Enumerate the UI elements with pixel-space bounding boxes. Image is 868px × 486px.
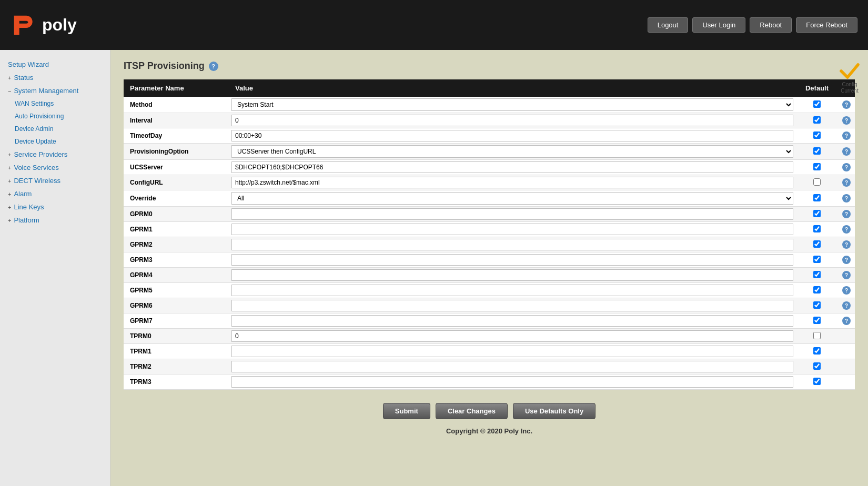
default-checkbox[interactable] xyxy=(813,116,821,124)
param-value-cell[interactable] xyxy=(229,128,796,144)
sidebar-item-wan-settings[interactable]: WAN Settings xyxy=(0,97,110,110)
param-value-cell[interactable] xyxy=(229,268,796,283)
default-checkbox[interactable] xyxy=(813,378,821,385)
param-default-cell[interactable] xyxy=(796,374,838,390)
param-value-cell[interactable] xyxy=(229,252,796,268)
param-default-cell[interactable] xyxy=(796,97,838,113)
param-value-cell[interactable] xyxy=(229,344,796,359)
row-help-icon[interactable]: ? xyxy=(842,163,851,171)
param-value-cell[interactable] xyxy=(229,175,796,190)
param-value-cell[interactable] xyxy=(229,207,796,222)
param-default-cell[interactable] xyxy=(796,237,838,252)
sidebar-item-auto-provisioning[interactable]: Auto Provisioning xyxy=(0,110,110,123)
row-help-icon[interactable]: ? xyxy=(842,240,851,249)
row-help-icon[interactable]: ? xyxy=(842,225,851,234)
row-help-icon[interactable]: ? xyxy=(842,116,851,125)
default-checkbox[interactable] xyxy=(813,256,821,263)
reboot-button[interactable]: Reboot xyxy=(750,17,792,33)
row-help-icon[interactable]: ? xyxy=(842,286,851,295)
default-checkbox[interactable] xyxy=(813,332,821,339)
row-help-icon[interactable]: ? xyxy=(842,301,851,310)
sidebar-item-dect-wireless[interactable]: + DECT Wireless xyxy=(0,174,110,187)
param-default-cell[interactable] xyxy=(796,329,838,344)
force-reboot-button[interactable]: Force Reboot xyxy=(796,17,857,33)
param-select[interactable]: System StartSIP RegistrationPeriodically xyxy=(231,98,793,111)
param-value-cell[interactable] xyxy=(229,298,796,313)
row-help-icon[interactable]: ? xyxy=(842,194,851,202)
row-help-icon[interactable]: ? xyxy=(842,131,851,140)
param-default-cell[interactable] xyxy=(796,190,838,207)
param-default-cell[interactable] xyxy=(796,113,838,128)
default-checkbox[interactable] xyxy=(813,286,821,293)
param-input[interactable] xyxy=(231,239,793,250)
param-default-cell[interactable] xyxy=(796,144,838,160)
param-select[interactable]: UCSServer then ConfigURLConfigURL onlyUC… xyxy=(231,145,793,158)
param-input[interactable] xyxy=(231,285,793,296)
row-help-icon[interactable]: ? xyxy=(842,100,851,109)
sidebar-item-line-keys[interactable]: + Line Keys xyxy=(0,200,110,214)
default-checkbox[interactable] xyxy=(813,240,821,248)
default-checkbox[interactable] xyxy=(813,163,821,170)
param-input[interactable] xyxy=(231,177,793,188)
param-default-cell[interactable] xyxy=(796,160,838,175)
user-login-button[interactable]: User Login xyxy=(692,17,745,33)
default-checkbox[interactable] xyxy=(813,100,821,108)
default-checkbox[interactable] xyxy=(813,194,821,201)
param-input[interactable] xyxy=(231,269,793,281)
param-value-cell[interactable] xyxy=(229,374,796,390)
row-help-icon[interactable]: ? xyxy=(842,271,851,279)
submit-button[interactable]: Submit xyxy=(383,403,430,419)
sidebar-item-device-admin[interactable]: Device Admin xyxy=(0,123,110,135)
param-default-cell[interactable] xyxy=(796,359,838,374)
row-help-icon[interactable]: ? xyxy=(842,256,851,264)
param-input[interactable] xyxy=(231,224,793,235)
sidebar-item-system-management[interactable]: − System Management xyxy=(0,84,110,97)
param-input[interactable] xyxy=(231,376,793,388)
param-input[interactable] xyxy=(231,130,793,141)
param-default-cell[interactable] xyxy=(796,268,838,283)
param-input[interactable] xyxy=(231,208,793,220)
param-value-cell[interactable] xyxy=(229,329,796,344)
sidebar-item-service-providers[interactable]: + Service Providers xyxy=(0,148,110,161)
param-select[interactable]: AllNoneCustom xyxy=(231,192,793,205)
param-value-cell[interactable] xyxy=(229,222,796,237)
row-help-icon[interactable]: ? xyxy=(842,317,851,325)
param-default-cell[interactable] xyxy=(796,207,838,222)
param-value-cell[interactable] xyxy=(229,359,796,374)
param-input[interactable] xyxy=(231,330,793,342)
param-input[interactable] xyxy=(231,115,793,126)
default-checkbox[interactable] xyxy=(813,225,821,232)
sidebar-item-voice-services[interactable]: + Voice Services xyxy=(0,161,110,174)
logout-button[interactable]: Logout xyxy=(648,17,689,33)
title-help-icon[interactable]: ? xyxy=(209,62,218,71)
default-checkbox[interactable] xyxy=(813,301,821,309)
default-checkbox[interactable] xyxy=(813,178,821,186)
sidebar-item-status[interactable]: + Status xyxy=(0,71,110,84)
sidebar-item-alarm[interactable]: + Alarm xyxy=(0,187,110,200)
sidebar-item-device-update[interactable]: Device Update xyxy=(0,135,110,148)
sidebar-item-setup-wizard[interactable]: Setup Wizard xyxy=(0,58,110,71)
param-default-cell[interactable] xyxy=(796,344,838,359)
param-default-cell[interactable] xyxy=(796,313,838,329)
param-value-cell[interactable]: System StartSIP RegistrationPeriodically xyxy=(229,97,796,113)
param-value-cell[interactable] xyxy=(229,237,796,252)
param-default-cell[interactable] xyxy=(796,175,838,190)
default-checkbox[interactable] xyxy=(813,362,821,370)
param-default-cell[interactable] xyxy=(796,128,838,144)
default-checkbox[interactable] xyxy=(813,317,821,324)
param-input[interactable] xyxy=(231,161,793,173)
param-default-cell[interactable] xyxy=(796,283,838,298)
clear-changes-button[interactable]: Clear Changes xyxy=(436,403,508,419)
param-value-cell[interactable] xyxy=(229,283,796,298)
use-defaults-button[interactable]: Use Defaults Only xyxy=(513,403,596,419)
default-checkbox[interactable] xyxy=(813,347,821,355)
param-input[interactable] xyxy=(231,300,793,311)
param-default-cell[interactable] xyxy=(796,222,838,237)
param-default-cell[interactable] xyxy=(796,298,838,313)
param-value-cell[interactable] xyxy=(229,113,796,128)
param-value-cell[interactable]: UCSServer then ConfigURLConfigURL onlyUC… xyxy=(229,144,796,160)
param-value-cell[interactable] xyxy=(229,313,796,329)
row-help-icon[interactable]: ? xyxy=(842,210,851,218)
default-checkbox[interactable] xyxy=(813,147,821,155)
param-value-cell[interactable]: AllNoneCustom xyxy=(229,190,796,207)
